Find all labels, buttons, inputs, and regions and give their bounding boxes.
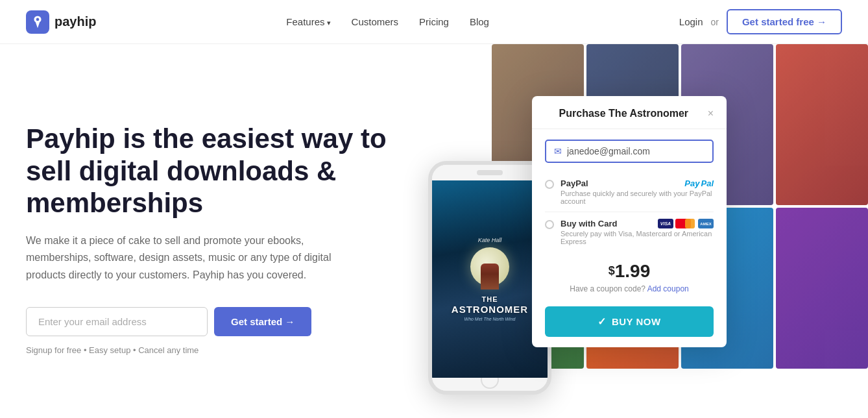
login-link[interactable]: Login [679,16,703,27]
navbar: payhip Features Customers Pricing Blog L… [0,0,868,44]
nav-links: Features Customers Pricing Blog [286,16,489,27]
hero-left-content: Payhip is the easiest way to sell digita… [26,123,389,355]
visa-icon: VISA [658,219,673,228]
phone-top-bar [432,165,548,180]
paypal-name-row: PayPal PayPal [561,178,714,188]
payhip-logo-svg [30,15,45,29]
phone-moon-circle [470,247,509,286]
card-label: Buy with Card [561,219,617,228]
modal-email-input[interactable] [567,146,705,156]
bg-cover-8 [776,208,868,369]
bg-cover-4 [776,44,868,205]
card-desc: Securely pay with Visa, Mastercard or Am… [561,230,714,245]
phone-bottom-bar [432,378,548,391]
hero-fine-print: Signup for free • Easy setup • Cancel an… [26,345,389,355]
logo-icon [26,10,49,34]
card-payment-option[interactable]: Buy with Card VISA AMEX Securely pay wit… [545,212,714,252]
modal-body: ✉ PayPal PayPal Purchase quickly and sec… [532,129,727,347]
paypal-label: PayPal [561,178,588,188]
card-icons: VISA AMEX [658,219,714,228]
coupon-line: Have a coupon code? Add coupon [545,284,714,293]
amex-icon: AMEX [698,219,714,228]
add-coupon-link[interactable]: Add coupon [647,284,689,293]
phone-notch [477,170,503,175]
logo-text: payhip [54,14,96,29]
nav-customers[interactable]: Customers [352,16,399,27]
nav-or-label: or [711,17,719,27]
email-icon: ✉ [554,146,562,156]
hero-get-started-button[interactable]: Get started → [214,307,311,336]
phone-book-cover: Kate Hall The Astronomer Who Met The Nor… [432,180,548,378]
phone-book-title: Astronomer [452,304,528,315]
logo[interactable]: payhip [26,10,96,34]
modal-price-section: $1.99 Have a coupon code? Add coupon [545,252,714,299]
hero-subtext: We make it a piece of cake to sell and p… [26,232,350,284]
paypal-info: PayPal PayPal Purchase quickly and secur… [561,178,714,205]
get-started-nav-button[interactable]: Get started free → [727,9,842,34]
currency-symbol: $ [609,264,615,278]
nav-features[interactable]: Features [286,16,330,27]
phone-figure [481,264,499,289]
modal-close-button[interactable]: × [708,108,714,119]
hero-form: Get started → [26,307,389,336]
hero-section: Payhip is the easiest way to sell digita… [0,44,868,418]
nav-right: Login or Get started free → [679,9,842,34]
purchase-modal: Purchase The Astronomer × ✉ PayPal [532,96,727,347]
paypal-payment-option[interactable]: PayPal PayPal Purchase quickly and secur… [545,172,714,212]
nav-blog[interactable]: Blog [470,16,489,27]
paypal-logo: PayPal [684,178,714,188]
buy-now-button[interactable]: ✓ BUY NOW [545,306,714,337]
checkmark-icon: ✓ [597,315,607,328]
hero-right-content: Kate Hall The Astronomer Who Met The Nor… [428,83,842,395]
modal-email-field[interactable]: ✉ [545,140,714,163]
phone-author: Kate Hall [478,237,502,243]
card-info: Buy with Card VISA AMEX Securely pay wit… [561,219,714,245]
phone-book-title-prefix: The [452,295,528,304]
price-display: $1.99 [545,261,714,282]
paypal-radio[interactable] [545,180,554,189]
modal-header: Purchase The Astronomer × [532,96,727,129]
hero-headline: Payhip is the easiest way to sell digita… [26,123,389,219]
paypal-desc: Purchase quickly and securely with your … [561,190,714,205]
modal-title: Purchase The Astronomer [545,108,703,119]
price-amount: 1.99 [615,261,651,281]
nav-pricing[interactable]: Pricing [419,16,449,27]
phone-screen: Kate Hall The Astronomer Who Met The Nor… [432,180,548,378]
hero-email-input[interactable] [26,307,208,336]
phone-book-subtitle: Who Met The North Wind [464,317,516,321]
coupon-text: Have a coupon code? [570,284,645,293]
card-name-row: Buy with Card VISA AMEX [561,219,714,228]
mastercard-icon [675,219,691,228]
card-radio[interactable] [545,220,554,229]
buy-now-label: BUY NOW [612,316,661,327]
